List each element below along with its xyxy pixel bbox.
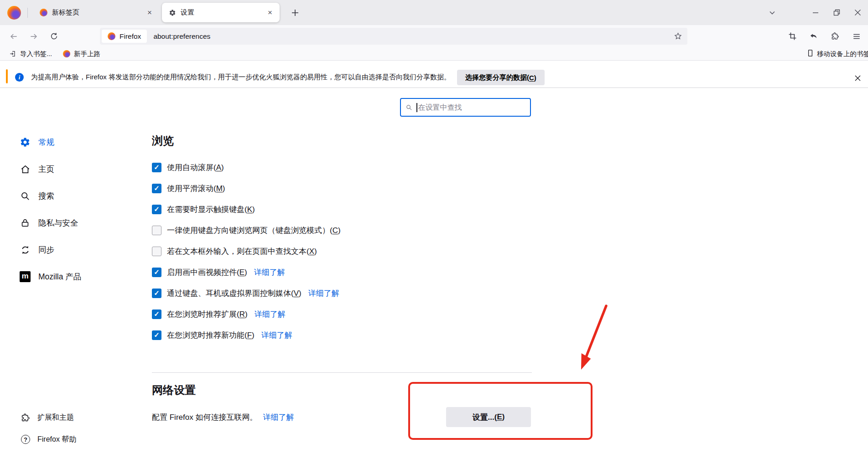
bookmark-getting-started[interactable]: 新手上路: [61, 48, 102, 59]
firefox-logo-icon[interactable]: [7, 6, 21, 20]
sidebar-item-extensions-themes[interactable]: 扩展和主题: [20, 408, 76, 427]
sidebar-item-label: 扩展和主题: [37, 413, 74, 423]
bookmark-label: 新手上路: [74, 50, 100, 58]
sidebar-item-general[interactable]: 常规: [19, 132, 81, 152]
sidebar-item-label: 搜索: [38, 191, 54, 201]
search-icon: [19, 190, 31, 202]
puzzle-icon: [20, 412, 31, 423]
tab-new-tab-page[interactable]: 新标签页 ×: [33, 0, 159, 25]
browsing-section-heading: 浏览: [152, 134, 174, 148]
undo-arrow-button[interactable]: [806, 29, 821, 44]
checkbox-label[interactable]: 使用自动滚屏(A): [167, 162, 224, 173]
site-identity-chip[interactable]: Firefox: [102, 30, 147, 43]
phone-icon: [806, 49, 814, 58]
sync-icon: [19, 244, 31, 256]
checkbox-label[interactable]: 在需要时显示触摸键盘(K): [167, 204, 255, 215]
checkbox-label[interactable]: 在您浏览时推荐新功能(F): [167, 330, 255, 340]
sidebar-item-label: 主页: [38, 164, 54, 175]
option-row: 在需要时显示触摸键盘(K): [152, 202, 341, 216]
bookmark-star-icon[interactable]: [671, 30, 685, 43]
extensions-puzzle-button[interactable]: [827, 29, 843, 44]
checkbox-label[interactable]: 使用平滑滚动(M): [167, 183, 225, 194]
checkbox-label[interactable]: 一律使用键盘方向键浏览网页（键盘浏览模式）(C): [167, 225, 341, 236]
url-bar[interactable]: Firefox about:preferences: [100, 28, 687, 45]
checkbox[interactable]: [152, 184, 161, 193]
forward-button[interactable]: [26, 28, 42, 45]
sidebar-item-sync[interactable]: 同步: [19, 240, 81, 260]
restore-button[interactable]: [826, 0, 847, 25]
option-row: 在您浏览时推荐新功能(F) 详细了解: [152, 328, 341, 342]
list-all-tabs-button[interactable]: [763, 0, 781, 25]
learn-more-link[interactable]: 详细了解: [261, 330, 292, 340]
new-tab-button[interactable]: [287, 5, 303, 21]
import-icon: [9, 50, 16, 57]
checkbox-label[interactable]: 启用画中画视频控件(E): [167, 267, 247, 278]
mobile-bookmarks-item[interactable]: 移动设备上的书签: [806, 49, 868, 58]
tab-close-icon[interactable]: ×: [144, 7, 156, 19]
checkbox[interactable]: [152, 163, 161, 172]
notification-accent-stripe: [6, 69, 8, 83]
annotation-arrow-icon: [573, 302, 614, 376]
network-description-row: 配置 Firefox 如何连接互联网。 详细了解: [152, 412, 294, 423]
mobile-bookmarks-label: 移动设备上的书签: [817, 50, 868, 58]
toolbar-right-buttons: [785, 25, 864, 47]
help-icon: [20, 434, 31, 445]
bookmark-import-bookmarks[interactable]: 导入书签...: [7, 48, 54, 59]
settings-search-input[interactable]: [417, 103, 530, 112]
notification-close-icon[interactable]: [852, 72, 863, 84]
checkbox[interactable]: [152, 268, 161, 277]
settings-search-box[interactable]: [400, 98, 531, 117]
choose-shared-data-button[interactable]: 选择您要分享的数据(C): [457, 70, 545, 85]
checkbox[interactable]: [152, 330, 161, 340]
sidebar-item-home[interactable]: 主页: [19, 159, 81, 179]
annotation-rectangle: [408, 382, 593, 440]
preferences-page: 为提高用户体验，Firefox 将发送部分功能的使用情况给我们，用于进一步优化火…: [0, 61, 868, 464]
gear-favicon-icon: [168, 9, 176, 16]
checkbox[interactable]: [152, 205, 161, 214]
sidebar-item-search[interactable]: 搜索: [19, 186, 81, 206]
learn-more-link[interactable]: 详细了解: [254, 267, 285, 278]
checkbox[interactable]: [152, 289, 161, 298]
sidebar-item-privacy-security[interactable]: 隐私与安全: [19, 213, 81, 233]
checkbox[interactable]: [152, 226, 161, 235]
sidebar-item-mozilla-products[interactable]: Mozilla 产品: [19, 267, 81, 287]
browsing-options-list: 使用自动滚屏(A) 使用平滑滚动(M) 在需要时显示触摸键盘(K) 一律使用键盘…: [152, 160, 341, 342]
reload-button[interactable]: [46, 28, 62, 45]
checkbox[interactable]: [152, 309, 161, 319]
gear-icon: [19, 136, 31, 148]
tab-title: 设置: [181, 8, 264, 17]
checkbox-label[interactable]: 若在文本框外输入，则在页面中查找文本(X): [167, 246, 317, 257]
bookmark-label: 导入书签...: [20, 50, 52, 58]
bookmarks-toolbar: 导入书签... 新手上路 移动设备上的书签: [0, 47, 868, 61]
data-sharing-notification-bar: 为提高用户体验，Firefox 将发送部分功能的使用情况给我们，用于进一步优化火…: [0, 67, 868, 88]
section-divider: [152, 372, 532, 373]
tab-close-icon[interactable]: ×: [264, 7, 276, 19]
info-icon: [15, 73, 24, 82]
app-menu-hamburger-button[interactable]: [849, 29, 864, 44]
tab-settings[interactable]: 设置 ×: [162, 3, 280, 22]
checkbox[interactable]: [152, 247, 161, 256]
sidebar-item-label: 同步: [38, 244, 54, 255]
search-icon: [405, 104, 412, 111]
network-description: 配置 Firefox 如何连接互联网。: [152, 412, 257, 423]
minimize-button[interactable]: [805, 0, 826, 25]
option-row: 通过键盘、耳机或虚拟界面控制媒体(V) 详细了解: [152, 286, 341, 300]
option-row: 一律使用键盘方向键浏览网页（键盘浏览模式）(C): [152, 223, 341, 237]
back-button[interactable]: [5, 28, 22, 45]
learn-more-link[interactable]: 详细了解: [263, 412, 294, 423]
home-icon: [19, 163, 31, 175]
option-row: 启用画中画视频控件(E) 详细了解: [152, 265, 341, 279]
screenshot-crop-button[interactable]: [785, 29, 800, 44]
tab-title: 新标签页: [52, 8, 144, 17]
sidebar-item-firefox-support[interactable]: Firefox 帮助: [20, 430, 76, 449]
sidebar-item-label: Mozilla 产品: [38, 271, 81, 282]
notification-message: 为提高用户体验，Firefox 将发送部分功能的使用情况给我们，用于进一步优化火…: [31, 73, 451, 82]
learn-more-link[interactable]: 详细了解: [255, 309, 286, 320]
tab-separator: [27, 8, 28, 18]
option-row: 若在文本框外输入，则在页面中查找文本(X): [152, 244, 341, 258]
close-window-button[interactable]: [847, 0, 868, 25]
checkbox-label[interactable]: 在您浏览时推荐扩展(R): [167, 309, 248, 320]
learn-more-link[interactable]: 详细了解: [308, 288, 339, 299]
checkbox-label[interactable]: 通过键盘、耳机或虚拟界面控制媒体(V): [167, 288, 301, 299]
url-text[interactable]: about:preferences: [153, 32, 210, 41]
